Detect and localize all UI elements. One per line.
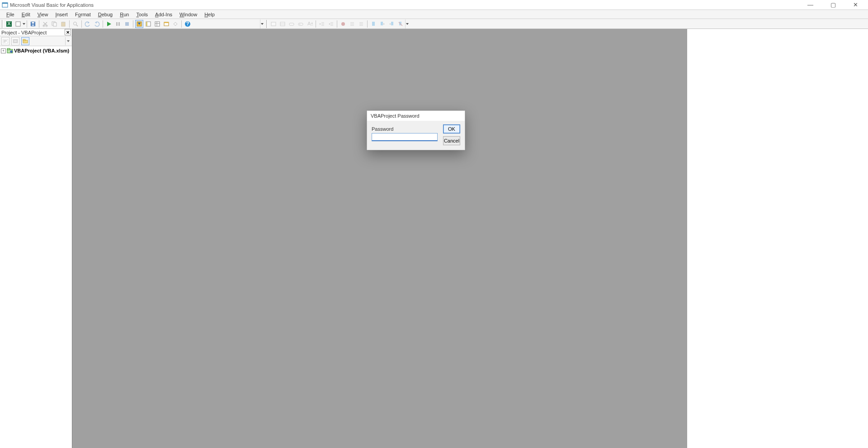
svg-marker-73 xyxy=(67,40,70,42)
menu-view[interactable]: View xyxy=(34,11,52,18)
indent-button[interactable] xyxy=(318,20,326,28)
svg-marker-59 xyxy=(383,23,385,25)
list-constants-button[interactable] xyxy=(278,20,287,28)
separator-icon xyxy=(103,20,103,28)
dialog-right: OK Cancel xyxy=(443,124,460,145)
insert-dropdown-icon[interactable] xyxy=(23,20,25,28)
close-pane-button[interactable]: ✕ xyxy=(65,29,71,35)
toolbar-grip-icon[interactable] xyxy=(2,20,4,28)
ok-button[interactable]: OK xyxy=(443,124,460,133)
svg-rect-39 xyxy=(298,23,303,25)
complete-word-button[interactable]: A± xyxy=(306,20,314,28)
svg-marker-61 xyxy=(389,23,391,25)
previous-bookmark-button[interactable] xyxy=(387,20,396,28)
svg-line-16 xyxy=(76,25,78,26)
break-button[interactable] xyxy=(114,20,122,28)
expand-icon[interactable]: + xyxy=(1,48,6,53)
toolbar-grip-icon[interactable] xyxy=(266,20,268,28)
view-code-button[interactable] xyxy=(1,37,9,45)
reset-button[interactable] xyxy=(123,20,131,28)
project-toolbar-dropdown-icon[interactable] xyxy=(65,37,71,45)
password-dialog: VBAProject Password Password OK Cancel xyxy=(367,110,465,150)
undo-button[interactable] xyxy=(84,20,92,28)
toggle-folders-button[interactable] xyxy=(21,37,29,45)
tree-row-project[interactable]: + VBAProject (VBA.xlsm) xyxy=(1,47,71,54)
menu-insert[interactable]: Insert xyxy=(52,11,71,18)
standard-toolbar: X ? A± xyxy=(0,19,868,29)
project-tree[interactable]: + VBAProject (VBA.xlsm) xyxy=(0,46,72,448)
next-bookmark-button[interactable] xyxy=(378,20,387,28)
svg-rect-12 xyxy=(53,23,57,26)
minimize-button[interactable]: — xyxy=(803,1,818,8)
cancel-button[interactable]: Cancel xyxy=(443,136,460,145)
menu-format[interactable]: Format xyxy=(71,11,94,18)
redo-button[interactable] xyxy=(93,20,101,28)
password-input[interactable] xyxy=(372,133,438,141)
separator-icon xyxy=(27,20,27,28)
toggle-breakpoint-button[interactable] xyxy=(339,20,347,28)
menu-help[interactable]: Help xyxy=(201,11,218,18)
svg-rect-58 xyxy=(381,22,383,25)
project-explorer-toolbar xyxy=(0,36,72,46)
maximize-button[interactable]: ▢ xyxy=(826,1,840,8)
project-explorer-header: Project - VBAProject ✕ xyxy=(0,29,72,36)
paste-button[interactable] xyxy=(59,20,67,28)
design-mode-button[interactable] xyxy=(135,20,143,28)
svg-rect-70 xyxy=(14,40,17,43)
svg-rect-26 xyxy=(146,22,147,26)
menu-bar: File Edit View Insert Format Debug Run T… xyxy=(0,10,868,19)
run-button[interactable] xyxy=(105,20,113,28)
svg-point-40 xyxy=(299,24,300,24)
menu-debug[interactable]: Debug xyxy=(94,11,116,18)
toolbar-overflow-icon[interactable] xyxy=(405,19,409,29)
find-button[interactable] xyxy=(71,20,80,28)
copy-button[interactable] xyxy=(50,20,58,28)
svg-rect-60 xyxy=(391,22,393,25)
ok-button-label: OK xyxy=(448,126,455,132)
properties-window-button[interactable] xyxy=(153,20,161,28)
svg-rect-14 xyxy=(62,22,64,23)
view-excel-button[interactable]: X xyxy=(5,20,13,28)
save-button[interactable] xyxy=(29,20,37,28)
list-properties-button[interactable] xyxy=(269,20,278,28)
quick-info-button[interactable] xyxy=(288,20,296,28)
window-controls: — ▢ ✕ xyxy=(803,1,866,8)
menu-file[interactable]: File xyxy=(3,11,18,18)
menu-run[interactable]: Run xyxy=(116,11,132,18)
parameter-info-button[interactable] xyxy=(297,20,305,28)
app-title: Microsoft Visual Basic for Applications xyxy=(10,2,94,8)
object-browser-button[interactable] xyxy=(162,20,170,28)
outdent-button[interactable] xyxy=(327,20,335,28)
project-explorer-title: Project - VBAProject xyxy=(1,30,47,35)
project-explorer-button[interactable] xyxy=(144,20,152,28)
separator-icon xyxy=(69,20,70,28)
toolbar-overflow-icon[interactable] xyxy=(260,19,264,29)
svg-marker-34 xyxy=(261,23,264,25)
svg-rect-72 xyxy=(23,39,25,41)
svg-marker-19 xyxy=(107,22,111,26)
menu-tools[interactable]: Tools xyxy=(132,11,151,18)
project-icon xyxy=(7,48,13,54)
close-button[interactable]: ✕ xyxy=(849,1,863,8)
cut-button[interactable] xyxy=(41,20,49,28)
separator-icon xyxy=(81,20,82,28)
svg-point-15 xyxy=(74,22,77,25)
svg-text:?: ? xyxy=(186,21,189,26)
uncomment-block-button[interactable] xyxy=(357,20,365,28)
svg-rect-22 xyxy=(125,22,129,26)
toolbox-button[interactable] xyxy=(171,20,179,28)
svg-marker-49 xyxy=(329,23,330,25)
clear-bookmarks-button[interactable] xyxy=(396,20,405,28)
help-button[interactable]: ? xyxy=(184,20,192,28)
insert-module-button[interactable] xyxy=(14,20,22,28)
svg-marker-5 xyxy=(23,23,25,25)
tree-label: VBAProject (VBA.xlsm) xyxy=(14,48,69,53)
view-object-button[interactable] xyxy=(11,37,19,45)
svg-rect-27 xyxy=(155,22,160,26)
toggle-bookmark-button[interactable] xyxy=(369,20,377,28)
menu-addins[interactable]: Add-Ins xyxy=(151,11,176,18)
dialog-left: Password xyxy=(372,124,438,145)
comment-block-button[interactable] xyxy=(348,20,356,28)
menu-edit[interactable]: Edit xyxy=(18,11,34,18)
menu-window[interactable]: Window xyxy=(176,11,201,18)
